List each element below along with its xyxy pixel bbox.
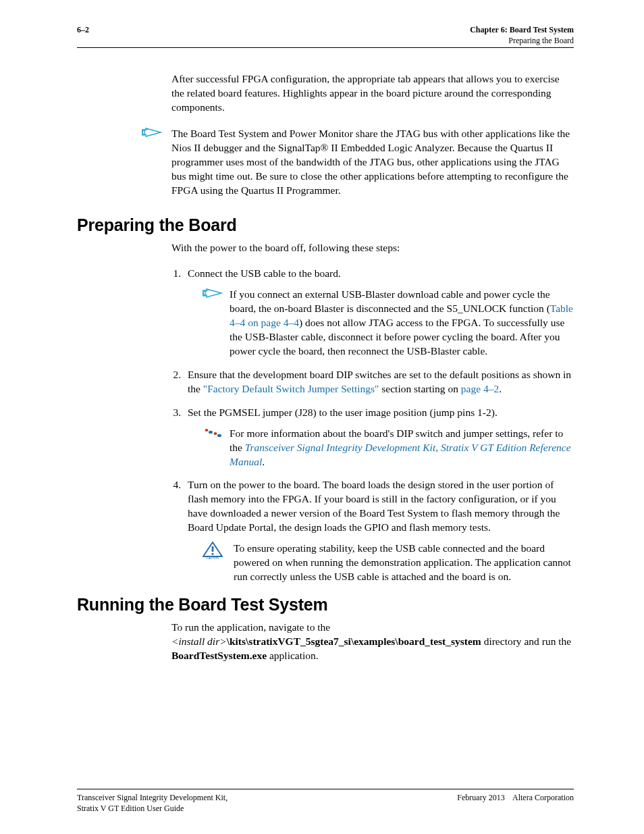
- running-b: directory and run the: [481, 635, 571, 647]
- running-c: application.: [267, 650, 319, 661]
- steps-list: Connect the USB cable to the board. If y…: [184, 267, 574, 584]
- page-number: 6–2: [77, 24, 89, 46]
- svg-text:CAUTION: CAUTION: [207, 556, 219, 559]
- footer-left-l1: Transceiver Signal Integrity Development…: [77, 793, 227, 802]
- step-4: Turn on the power to the board. The boar…: [184, 478, 574, 583]
- step-3-note: For more information about the board's D…: [203, 427, 574, 469]
- chapter-title: Chapter 6: Board Test System: [470, 24, 574, 35]
- pointing-hand-icon: [142, 127, 162, 198]
- step-1-note: If you connect an external USB-Blaster d…: [203, 288, 574, 359]
- install-dir: <install dir>: [171, 635, 227, 647]
- footer-left-l2: Stratix V GT Edition User Guide: [77, 804, 184, 813]
- step-1: Connect the USB cable to the board. If y…: [184, 267, 574, 359]
- step-4-text: Turn on the power to the board. The boar…: [188, 479, 560, 533]
- page-footer: Transceiver Signal Integrity Development…: [77, 789, 574, 814]
- note-block: The Board Test System and Power Monitor …: [77, 127, 574, 198]
- page: 6–2 Chapter 6: Board Test System Prepari…: [0, 0, 644, 834]
- caution-text: To ensure operating stability, keep the …: [234, 542, 574, 584]
- step-3-text: Set the PGMSEL jumper (J28) to the user …: [188, 407, 498, 418]
- note-text: The Board Test System and Power Monitor …: [171, 127, 574, 198]
- step-1-text: Connect the USB cable to the board.: [188, 267, 341, 279]
- footer-right: February 2013 Altera Corporation: [457, 792, 574, 814]
- svg-point-2: [205, 429, 209, 432]
- step-3: Set the PGMSEL jumper (J28) to the user …: [184, 406, 574, 469]
- heading-preparing: Preparing the Board: [77, 214, 574, 237]
- path-text: \kits\stratixVGT_5sgtea7_si\examples\boa…: [227, 635, 481, 647]
- svg-point-3: [209, 431, 213, 434]
- step-3-note-b: .: [262, 456, 265, 467]
- caution-note: CAUTION To ensure operating stability, k…: [203, 542, 574, 584]
- step-2-b: section starting on: [379, 383, 460, 394]
- step-1-note-a: If you connect an external USB-Blaster d…: [230, 288, 550, 314]
- svg-point-5: [217, 434, 221, 437]
- exe-name: BoardTestSystem.exe: [171, 650, 267, 661]
- link-page-4-2[interactable]: page 4–2: [461, 383, 499, 394]
- page-header: 6–2 Chapter 6: Board Test System Prepari…: [77, 24, 574, 46]
- running-a: To run the application, navigate to the: [171, 621, 330, 633]
- preparing-lead: With the power to the board off, followi…: [171, 241, 574, 255]
- link-factory-default[interactable]: "Factory Default Switch Jumper Settings": [203, 383, 379, 394]
- header-right: Chapter 6: Board Test System Preparing t…: [470, 24, 574, 46]
- pointing-hand-icon: [203, 290, 223, 302]
- svg-rect-6: [212, 546, 214, 552]
- heading-running: Running the Board Test System: [77, 594, 574, 617]
- link-reference-manual[interactable]: Transceiver Signal Integrity Development…: [230, 442, 571, 467]
- step-2: Ensure that the development board DIP sw…: [184, 368, 574, 396]
- caution-icon: CAUTION: [203, 550, 223, 561]
- svg-rect-7: [212, 553, 214, 555]
- footsteps-icon: [203, 429, 223, 441]
- intro-paragraph: After successful FPGA configuration, the…: [171, 72, 574, 115]
- footer-left: Transceiver Signal Integrity Development…: [77, 792, 227, 814]
- header-rule: [77, 47, 574, 48]
- section-label: Preparing the Board: [470, 35, 574, 46]
- svg-point-4: [214, 432, 217, 435]
- step-2-c: .: [499, 383, 502, 394]
- running-paragraph: To run the application, navigate to the …: [171, 621, 574, 663]
